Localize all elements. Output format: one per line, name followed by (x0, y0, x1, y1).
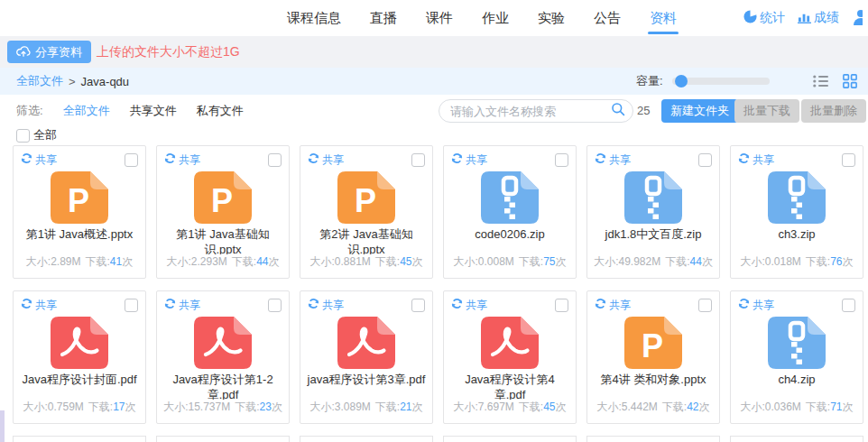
share-circulate-icon (21, 152, 32, 168)
share-circulate-icon (595, 152, 606, 168)
grid-view-icon[interactable] (843, 74, 857, 88)
file-checkbox[interactable] (698, 153, 712, 167)
file-type-icon (51, 317, 108, 369)
batch-delete-button[interactable]: 批量删除 (801, 99, 866, 123)
file-card[interactable] (156, 436, 290, 442)
filter-shared-files[interactable]: 共享文件 (130, 103, 177, 119)
tab-live[interactable]: 直播 (368, 1, 399, 36)
share-circulate-icon (164, 297, 176, 313)
download-count: 下载:41次 (85, 254, 133, 270)
file-checkbox[interactable] (698, 299, 712, 312)
file-card[interactable] (300, 436, 433, 442)
tab-course-info[interactable]: 课程信息 (285, 1, 343, 36)
new-folder-button[interactable]: 新建文件夹 (661, 99, 738, 123)
scrollbar[interactable] (0, 410, 5, 442)
file-meta: 大小:7.697M 下载:45次 (444, 400, 576, 423)
file-checkbox[interactable] (842, 299, 855, 312)
file-checkbox[interactable] (125, 299, 138, 312)
file-checkbox[interactable] (411, 299, 425, 312)
file-card[interactable]: 共享 java程序设计第3章.pdf 大小:3.089M 下载:21次 (300, 290, 433, 424)
file-checkbox[interactable] (268, 299, 282, 312)
download-count: 下载:44次 (665, 254, 713, 270)
file-meta: 大小:3.089M 下载:21次 (300, 400, 432, 423)
file-checkbox[interactable] (125, 153, 138, 167)
search-icon[interactable] (611, 102, 625, 120)
share-label: 共享 (466, 152, 487, 168)
tab-materials[interactable]: 资料 (648, 1, 679, 36)
file-card[interactable]: 共享 P 第4讲 类和对象.pptx 大小:5.442M 下载:42次 (586, 290, 720, 424)
file-card[interactable]: 共享 P 第1讲 Java基础知识.pptx 大小:2.293M 下载:44次 (156, 145, 290, 279)
share-badge: 共享 (164, 152, 200, 168)
select-all-label: 全部 (33, 127, 57, 143)
file-card[interactable]: 共享 Java程序设计第4章.pdf 大小:7.697M 下载:45次 (443, 290, 577, 424)
card-header: 共享 (157, 291, 289, 313)
breadcrumb-root[interactable]: 全部文件 (16, 73, 63, 89)
file-size: 大小:0.881M (309, 254, 370, 270)
file-card[interactable]: 共享 Java程序设计封面.pdf 大小:0.759M 下载:17次 (13, 290, 146, 424)
file-card[interactable] (13, 436, 146, 442)
file-checkbox[interactable] (268, 153, 282, 167)
file-card[interactable]: 共享 Java程序设计第1-2章.pdf 大小:15.737M 下载:23次 (156, 290, 290, 424)
file-type-icon (481, 317, 539, 369)
filter-private-files[interactable]: 私有文件 (197, 103, 244, 119)
breadcrumb-separator: > (69, 75, 76, 88)
card-header: 共享 (587, 291, 719, 313)
file-meta: 大小:0.008M 下载:75次 (444, 254, 576, 278)
upload-bar: 分享资料 上传的文件大小不超过1G (0, 36, 868, 68)
share-materials-button[interactable]: 分享资料 (7, 41, 91, 63)
file-card[interactable]: 共享 code0206.zip 大小:0.008M 下载:75次 (443, 145, 577, 279)
file-type-icon (768, 317, 826, 369)
tab-homework[interactable]: 作业 (480, 1, 511, 36)
download-count: 下载:45次 (375, 254, 423, 270)
upload-size-notice: 上传的文件大小不超过1G (97, 44, 240, 60)
share-label: 共享 (753, 152, 774, 168)
share-circulate-icon (595, 297, 606, 313)
file-card[interactable] (443, 436, 577, 442)
file-card[interactable]: 共享 ch4.zip 大小:0.036M 下载:71次 (730, 290, 863, 424)
file-size: 大小:2.293M (166, 254, 226, 270)
stats-link[interactable]: 统计 (743, 10, 785, 26)
tab-announcement[interactable]: 公告 (592, 1, 623, 36)
card-header: 共享 (444, 146, 576, 168)
nav-right: 统计 成绩 (743, 0, 863, 36)
tab-experiment[interactable]: 实验 (536, 1, 567, 36)
file-meta: 大小:5.442M 下载:42次 (587, 400, 719, 423)
file-size: 大小:5.442M (596, 400, 657, 415)
share-circulate-icon (738, 152, 750, 168)
download-count: 下载:45次 (519, 400, 567, 415)
file-card[interactable]: 共享 jdk1.8中文百度.zip 大小:49.982M 下载:44次 (586, 145, 720, 279)
file-card[interactable]: 共享 P 第1讲 Java概述.pptx 大小:2.89M 下载:41次 (13, 145, 146, 279)
svg-text:P: P (642, 327, 663, 364)
file-name: ch4.zip (731, 372, 863, 387)
select-all-checkbox[interactable] (16, 129, 30, 143)
file-card[interactable]: 共享 ch3.zip 大小:0.018M 下载:76次 (730, 145, 863, 279)
person-icon[interactable] (852, 8, 863, 28)
search-input[interactable] (450, 105, 611, 118)
grades-link[interactable]: 成绩 (798, 10, 839, 26)
file-checkbox[interactable] (555, 153, 568, 167)
file-meta: 大小:0.018M 下载:76次 (731, 254, 863, 278)
file-type-icon: P (51, 171, 108, 224)
share-label: 共享 (35, 152, 57, 168)
file-card[interactable] (586, 436, 720, 442)
share-badge: 共享 (308, 152, 344, 168)
share-badge: 共享 (21, 297, 57, 313)
filter-all-files[interactable]: 全部文件 (63, 103, 110, 119)
file-card[interactable] (730, 436, 863, 442)
list-view-icon[interactable] (813, 75, 828, 87)
share-badge: 共享 (595, 297, 631, 313)
capacity-label: 容量: (636, 73, 663, 89)
file-card[interactable]: 共享 P 第2讲 Java基础知识.pptx 大小:0.881M 下载:45次 (300, 145, 433, 279)
tab-courseware[interactable]: 课件 (424, 1, 455, 36)
card-header: 共享 (444, 291, 576, 313)
file-checkbox[interactable] (411, 153, 425, 167)
file-checkbox[interactable] (842, 153, 855, 167)
card-header: 共享 (587, 146, 719, 168)
download-count: 下载:23次 (235, 400, 282, 415)
file-size: 大小:0.008M (453, 254, 513, 270)
file-meta: 大小:0.881M 下载:45次 (300, 254, 432, 278)
file-size: 大小:0.036M (740, 400, 800, 415)
file-checkbox[interactable] (555, 299, 568, 312)
batch-download-button[interactable]: 批量下载 (734, 99, 799, 123)
filter-row: 筛选: 全部文件 共享文件 私有文件 25 新建文件夹 批量下载 批量删除 (0, 95, 868, 126)
